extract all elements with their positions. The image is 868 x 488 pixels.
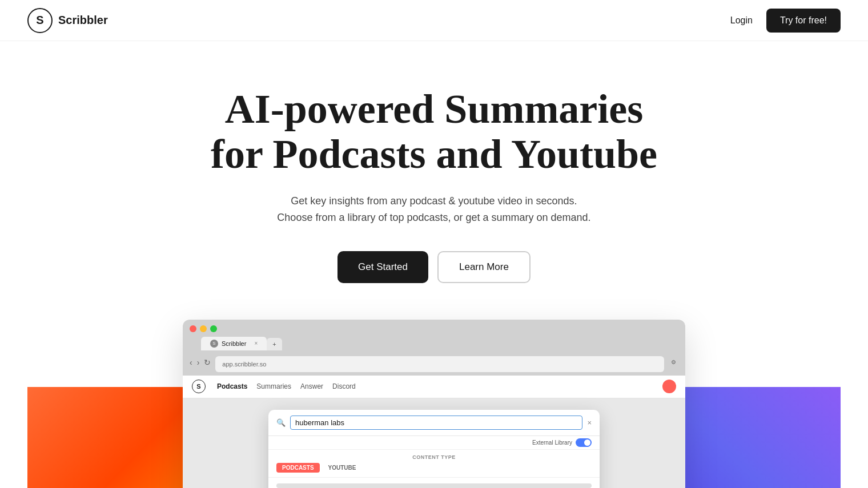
traffic-light-red[interactable]: [190, 325, 196, 332]
tab-label: Scribbler: [222, 340, 246, 347]
traffic-lights: [190, 325, 678, 332]
browser-chrome: S Scribbler × + ‹ › ↻ app.scribbler.s: [183, 320, 685, 376]
pill-youtube[interactable]: YOUTUBE: [323, 463, 362, 473]
tab-favicon: S: [210, 340, 218, 348]
hero-buttons: Get Started Learn More: [337, 251, 531, 283]
pill-podcasts[interactable]: PODCASTS: [276, 463, 320, 473]
logo[interactable]: S Scribbler: [27, 8, 108, 33]
browser-tab-new[interactable]: +: [267, 338, 282, 350]
external-library-row: External Library: [268, 436, 600, 450]
get-started-button[interactable]: Get Started: [337, 251, 428, 283]
app-main: 🔍 × External Library CONTENT TYPE: [183, 398, 685, 488]
logo-icon: S: [27, 8, 53, 33]
external-library-label: External Library: [532, 439, 572, 446]
nav-right: Login Try for free!: [730, 9, 841, 33]
app-nav-items: Podcasts Summaries Answer Discord: [217, 382, 356, 390]
traffic-light-green[interactable]: [210, 325, 217, 332]
app-nav-podcasts[interactable]: Podcasts: [217, 382, 247, 390]
gradient-right: [669, 387, 841, 488]
browser-toolbar: ‹ › ↻ app.scribbler.so ⚙: [190, 350, 678, 376]
tab-close-icon[interactable]: ×: [254, 340, 258, 346]
gradient-left: [27, 387, 199, 488]
back-icon[interactable]: ‹: [190, 358, 192, 367]
browser-tabs: S Scribbler × +: [201, 337, 282, 350]
hero-title-line2: for Podcasts and Youtube: [211, 131, 657, 177]
search-modal-header: 🔍 ×: [268, 410, 600, 436]
app-preview-wrapper: S Scribbler × + ‹ › ↻ app.scribbler.s: [27, 320, 841, 488]
address-bar[interactable]: app.scribbler.so: [215, 356, 664, 372]
brand-name: Scribbler: [58, 14, 108, 27]
traffic-light-yellow[interactable]: [200, 325, 207, 332]
search-modal: 🔍 × External Library CONTENT TYPE: [268, 410, 600, 488]
forward-icon[interactable]: ›: [197, 358, 200, 367]
search-clear-icon[interactable]: ×: [587, 418, 592, 427]
content-type-section: CONTENT TYPE PODCASTS YOUTUBE: [268, 450, 600, 478]
extensions-icon[interactable]: ⚙: [669, 359, 678, 365]
app-preview: S Scribbler × + ‹ › ↻ app.scribbler.s: [183, 320, 685, 488]
login-button[interactable]: Login: [730, 15, 753, 26]
hero-section: AI-powered Summaries for Podcasts and Yo…: [0, 41, 868, 488]
search-input[interactable]: [290, 416, 582, 430]
content-type-label: CONTENT TYPE: [276, 454, 592, 460]
app-nav: S Podcasts Summaries Answer Discord: [183, 376, 685, 398]
results-loading-bar: [276, 483, 592, 488]
new-tab-icon: +: [272, 341, 276, 348]
url-text: app.scribbler.so: [222, 361, 266, 368]
content-type-pills: PODCASTS YOUTUBE: [276, 463, 592, 473]
app-logo-small: S: [192, 380, 206, 393]
app-nav-discord[interactable]: Discord: [332, 382, 356, 390]
reload-icon[interactable]: ↻: [204, 358, 211, 367]
try-free-button[interactable]: Try for free!: [766, 9, 841, 33]
hero-title-line1: AI-powered Summaries: [225, 86, 644, 132]
search-icon: 🔍: [276, 418, 286, 427]
hero-title: AI-powered Summaries for Podcasts and Yo…: [211, 87, 657, 177]
external-library-toggle[interactable]: [576, 438, 592, 447]
learn-more-button[interactable]: Learn More: [437, 251, 531, 283]
app-nav-answer[interactable]: Answer: [300, 382, 323, 390]
hero-subtitle: Get key insights from any podcast & yout…: [277, 193, 590, 226]
app-nav-summaries[interactable]: Summaries: [256, 382, 291, 390]
navbar: S Scribbler Login Try for free!: [0, 0, 868, 41]
app-nav-avatar[interactable]: [662, 380, 676, 393]
app-content: S Podcasts Summaries Answer Discord: [183, 376, 685, 488]
browser-tab-active[interactable]: S Scribbler ×: [201, 337, 267, 350]
app-nav-right: [662, 380, 676, 393]
